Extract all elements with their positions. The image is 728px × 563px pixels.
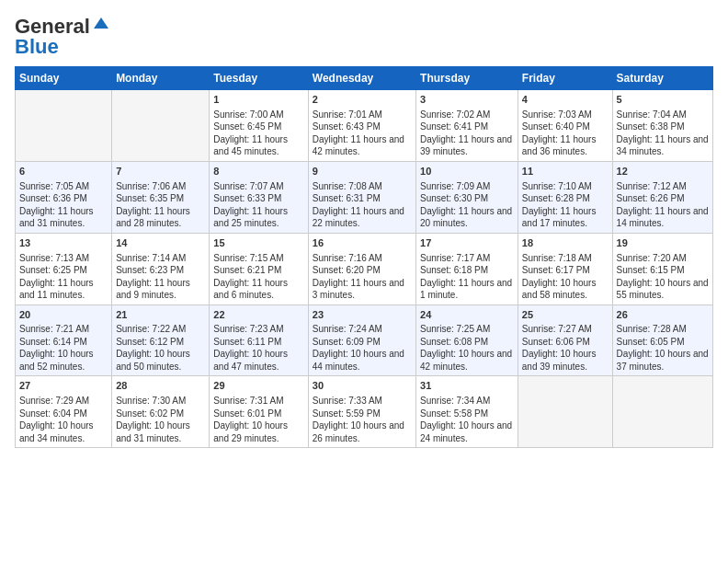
day-cell: 21Sunrise: 7:22 AM Sunset: 6:12 PM Dayli… (112, 304, 210, 376)
day-cell: 2Sunrise: 7:01 AM Sunset: 6:43 PM Daylig… (308, 90, 415, 162)
header-day-wednesday: Wednesday (308, 67, 415, 90)
calendar-header: SundayMondayTuesdayWednesdayThursdayFrid… (16, 67, 713, 90)
day-number: 31 (420, 379, 514, 393)
day-cell: 30Sunrise: 7:33 AM Sunset: 5:59 PM Dayli… (308, 376, 415, 448)
day-cell: 19Sunrise: 7:20 AM Sunset: 6:15 PM Dayli… (612, 233, 712, 304)
logo-icon (92, 16, 110, 34)
day-info: Sunrise: 7:04 AM Sunset: 6:38 PM Dayligh… (617, 109, 709, 158)
header-row: SundayMondayTuesdayWednesdayThursdayFrid… (16, 67, 713, 90)
day-number: 7 (116, 165, 205, 178)
logo-blue: Blue (15, 35, 59, 59)
day-cell: 25Sunrise: 7:27 AM Sunset: 6:06 PM Dayli… (518, 304, 612, 376)
day-number: 29 (213, 379, 303, 393)
day-cell (16, 90, 112, 162)
day-number: 9 (313, 165, 412, 178)
header-day-sunday: Sunday (16, 67, 112, 90)
day-info: Sunrise: 7:07 AM Sunset: 6:33 PM Dayligh… (213, 180, 303, 230)
day-cell: 3Sunrise: 7:02 AM Sunset: 6:41 PM Daylig… (416, 90, 518, 162)
day-number: 28 (116, 379, 205, 393)
day-info: Sunrise: 7:30 AM Sunset: 6:02 PM Dayligh… (116, 395, 205, 444)
day-number: 11 (522, 165, 609, 178)
page-header: General Blue (15, 15, 713, 59)
day-number: 22 (213, 308, 303, 322)
day-info: Sunrise: 7:13 AM Sunset: 6:25 PM Dayligh… (19, 252, 108, 302)
day-info: Sunrise: 7:09 AM Sunset: 6:30 PM Dayligh… (420, 180, 514, 230)
day-cell: 4Sunrise: 7:03 AM Sunset: 6:40 PM Daylig… (518, 90, 612, 162)
day-number: 30 (313, 379, 412, 393)
day-info: Sunrise: 7:06 AM Sunset: 6:35 PM Dayligh… (116, 180, 205, 230)
header-day-tuesday: Tuesday (210, 67, 308, 90)
day-cell: 18Sunrise: 7:18 AM Sunset: 6:17 PM Dayli… (518, 233, 612, 304)
day-info: Sunrise: 7:24 AM Sunset: 6:09 PM Dayligh… (313, 323, 412, 373)
day-info: Sunrise: 7:03 AM Sunset: 6:40 PM Dayligh… (522, 109, 609, 158)
day-cell: 22Sunrise: 7:23 AM Sunset: 6:11 PM Dayli… (210, 304, 308, 376)
week-row-1: 6Sunrise: 7:05 AM Sunset: 6:36 PM Daylig… (16, 161, 713, 233)
day-cell: 6Sunrise: 7:05 AM Sunset: 6:36 PM Daylig… (16, 161, 112, 233)
day-cell: 11Sunrise: 7:10 AM Sunset: 6:28 PM Dayli… (518, 161, 612, 233)
day-info: Sunrise: 7:27 AM Sunset: 6:06 PM Dayligh… (522, 323, 609, 373)
day-number: 23 (313, 308, 412, 322)
day-cell: 26Sunrise: 7:28 AM Sunset: 6:05 PM Dayli… (612, 304, 712, 376)
day-info: Sunrise: 7:23 AM Sunset: 6:11 PM Dayligh… (213, 323, 303, 373)
day-info: Sunrise: 7:31 AM Sunset: 6:01 PM Dayligh… (213, 395, 303, 444)
header-day-thursday: Thursday (416, 67, 518, 90)
calendar-table: SundayMondayTuesdayWednesdayThursdayFrid… (15, 66, 713, 448)
day-cell: 17Sunrise: 7:17 AM Sunset: 6:18 PM Dayli… (416, 233, 518, 304)
week-row-2: 13Sunrise: 7:13 AM Sunset: 6:25 PM Dayli… (16, 233, 713, 304)
day-number: 25 (522, 308, 609, 322)
day-cell: 15Sunrise: 7:15 AM Sunset: 6:21 PM Dayli… (210, 233, 308, 304)
day-number: 12 (617, 165, 709, 178)
day-cell (518, 376, 612, 448)
day-number: 16 (313, 236, 412, 250)
day-cell: 24Sunrise: 7:25 AM Sunset: 6:08 PM Dayli… (416, 304, 518, 376)
day-info: Sunrise: 7:18 AM Sunset: 6:17 PM Dayligh… (522, 252, 609, 302)
day-cell: 16Sunrise: 7:16 AM Sunset: 6:20 PM Dayli… (308, 233, 415, 304)
day-number: 18 (522, 236, 609, 250)
day-info: Sunrise: 7:01 AM Sunset: 6:43 PM Dayligh… (313, 109, 412, 158)
day-number: 27 (19, 379, 108, 393)
day-number: 15 (213, 236, 303, 250)
day-info: Sunrise: 7:22 AM Sunset: 6:12 PM Dayligh… (116, 323, 205, 373)
day-info: Sunrise: 7:25 AM Sunset: 6:08 PM Dayligh… (420, 323, 514, 373)
day-info: Sunrise: 7:15 AM Sunset: 6:21 PM Dayligh… (213, 252, 303, 302)
day-cell: 20Sunrise: 7:21 AM Sunset: 6:14 PM Dayli… (16, 304, 112, 376)
day-info: Sunrise: 7:33 AM Sunset: 5:59 PM Dayligh… (313, 395, 412, 444)
day-cell: 9Sunrise: 7:08 AM Sunset: 6:31 PM Daylig… (308, 161, 415, 233)
week-row-4: 27Sunrise: 7:29 AM Sunset: 6:04 PM Dayli… (16, 376, 713, 448)
day-info: Sunrise: 7:20 AM Sunset: 6:15 PM Dayligh… (617, 252, 709, 302)
day-cell: 12Sunrise: 7:12 AM Sunset: 6:26 PM Dayli… (612, 161, 712, 233)
day-info: Sunrise: 7:14 AM Sunset: 6:23 PM Dayligh… (116, 252, 205, 302)
day-number: 6 (19, 165, 108, 178)
header-day-friday: Friday (518, 67, 612, 90)
day-cell: 28Sunrise: 7:30 AM Sunset: 6:02 PM Dayli… (112, 376, 210, 448)
svg-marker-0 (94, 17, 108, 29)
header-day-monday: Monday (112, 67, 210, 90)
day-cell: 8Sunrise: 7:07 AM Sunset: 6:33 PM Daylig… (210, 161, 308, 233)
calendar-body: 1Sunrise: 7:00 AM Sunset: 6:45 PM Daylig… (16, 90, 713, 448)
day-number: 19 (617, 236, 709, 250)
week-row-0: 1Sunrise: 7:00 AM Sunset: 6:45 PM Daylig… (16, 90, 713, 162)
day-number: 26 (617, 308, 709, 322)
day-cell: 1Sunrise: 7:00 AM Sunset: 6:45 PM Daylig… (210, 90, 308, 162)
day-number: 4 (522, 93, 609, 107)
day-number: 24 (420, 308, 514, 322)
day-info: Sunrise: 7:12 AM Sunset: 6:26 PM Dayligh… (617, 180, 709, 230)
day-info: Sunrise: 7:21 AM Sunset: 6:14 PM Dayligh… (19, 323, 108, 373)
logo: General Blue (15, 15, 110, 59)
day-cell: 31Sunrise: 7:34 AM Sunset: 5:58 PM Dayli… (416, 376, 518, 448)
day-info: Sunrise: 7:16 AM Sunset: 6:20 PM Dayligh… (313, 252, 412, 302)
day-cell: 14Sunrise: 7:14 AM Sunset: 6:23 PM Dayli… (112, 233, 210, 304)
day-info: Sunrise: 7:00 AM Sunset: 6:45 PM Dayligh… (213, 109, 303, 158)
day-cell: 10Sunrise: 7:09 AM Sunset: 6:30 PM Dayli… (416, 161, 518, 233)
day-number: 2 (313, 93, 412, 107)
day-cell: 13Sunrise: 7:13 AM Sunset: 6:25 PM Dayli… (16, 233, 112, 304)
day-number: 17 (420, 236, 514, 250)
day-number: 5 (617, 93, 709, 107)
day-cell: 23Sunrise: 7:24 AM Sunset: 6:09 PM Dayli… (308, 304, 415, 376)
day-number: 10 (420, 165, 514, 178)
day-cell: 5Sunrise: 7:04 AM Sunset: 6:38 PM Daylig… (612, 90, 712, 162)
day-number: 13 (19, 236, 108, 250)
day-info: Sunrise: 7:05 AM Sunset: 6:36 PM Dayligh… (19, 180, 108, 230)
day-info: Sunrise: 7:28 AM Sunset: 6:05 PM Dayligh… (617, 323, 709, 373)
day-cell (112, 90, 210, 162)
